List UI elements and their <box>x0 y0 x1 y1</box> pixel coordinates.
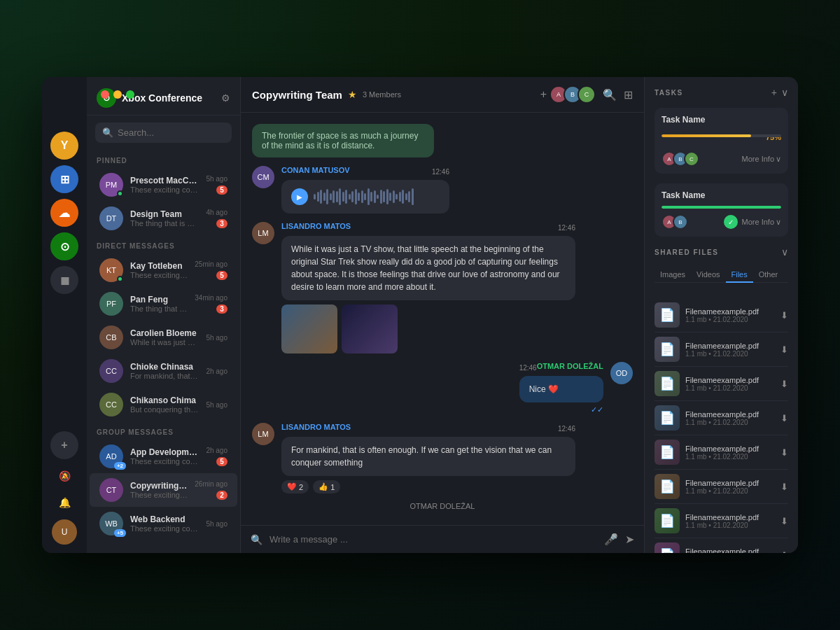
file-item-1: 📄 Filenameexample.pdf 1.1 mb • 21.02.202… <box>654 298 788 332</box>
input-search-icon: 🔍 <box>251 534 262 545</box>
app-icon-sound[interactable]: ☁ <box>50 199 78 227</box>
traffic-light-green[interactable] <box>126 90 134 99</box>
settings-icon[interactable]: ⚙ <box>221 92 230 104</box>
contact-item-pan[interactable]: PF Pan Feng The thing that is most excit… <box>90 287 237 321</box>
more-info-label: More Info <box>742 155 774 163</box>
contact-preview: These exciting concepts seem ... <box>130 457 199 465</box>
file-item-5: 📄 Filenameexample.pdf 1.1 mb • 21.02.202… <box>654 435 788 470</box>
task-card-1: Task Name 75% A B C More Info ∨ <box>654 108 788 174</box>
messages-list: The frontier of space is as much a journ… <box>241 113 644 525</box>
favorite-icon[interactable]: ★ <box>348 89 357 100</box>
contact-time: 2h ago <box>206 368 227 375</box>
sender-name-lisandro: LISANDRO MATOS <box>281 222 351 230</box>
send-icon[interactable]: ➤ <box>625 533 634 546</box>
download-icon-7[interactable]: ⬇ <box>780 516 788 526</box>
contact-preview: The thing that is most exciting ... <box>130 219 199 227</box>
user-avatar[interactable]: U <box>52 519 77 545</box>
contact-name: Prescott MacCaffery <box>130 176 199 186</box>
waveform-bar <box>361 190 363 203</box>
contact-item-copywriting[interactable]: CT Copywriting Team These exciting conce… <box>90 473 237 507</box>
file-name-4: Filenameexample.pdf <box>685 410 775 419</box>
collapse-tasks-icon[interactable]: ∨ <box>781 87 788 98</box>
waveform-bar <box>386 189 388 204</box>
more-info-button-1[interactable]: More Info ∨ <box>742 155 781 164</box>
file-info-2: Filenameexample.pdf 1.1 mb • 21.02.2020 <box>685 342 775 358</box>
search-chat-icon[interactable]: 🔍 <box>603 88 617 102</box>
file-thumbnail-1: 📄 <box>654 302 680 328</box>
contact-preview: But conquering the final frontier ... <box>130 405 199 414</box>
contact-name: Carolien Bloeme <box>130 328 199 338</box>
download-icon-8[interactable]: ⬇ <box>780 550 788 554</box>
avatar-chioke: CC <box>99 359 123 383</box>
download-icon-3[interactable]: ⬇ <box>780 379 788 389</box>
reaction-count: 2 <box>299 483 303 491</box>
microphone-icon[interactable]: 🎤 <box>604 533 618 546</box>
contact-preview: For mankind, that is often enough ... <box>130 372 199 380</box>
sender-avatar-lisandro: LM <box>252 222 274 244</box>
collapse-files-icon[interactable]: ∨ <box>781 246 788 258</box>
pinned-section-label: PINNED <box>87 150 240 168</box>
app-icon-y[interactable]: Y <box>50 132 78 160</box>
reaction-count: 1 <box>330 483 335 491</box>
add-task-icon[interactable]: + <box>771 87 777 98</box>
reaction-heart[interactable]: ❤️ 2 <box>281 480 309 493</box>
chat-header: Copywriting Team ★ 3 Members + A B C 🔍 ⊞ <box>241 77 644 113</box>
download-icon-6[interactable]: ⬇ <box>780 482 788 492</box>
add-workspace-button[interactable]: + <box>50 431 78 459</box>
notifications-icon[interactable]: 🔔 <box>55 493 74 512</box>
task-progress-fill-1 <box>662 134 751 137</box>
contact-item-chikanso[interactable]: CC Chikanso Chima But conquering the fin… <box>90 388 237 421</box>
app-icon-bb[interactable]: ◼ <box>50 266 78 294</box>
contact-item-design-team[interactable]: DT Design Team The thing that is most ex… <box>90 202 237 235</box>
download-icon-1[interactable]: ⬇ <box>780 310 788 321</box>
download-icon-5[interactable]: ⬇ <box>780 447 788 458</box>
contact-item-chioke[interactable]: CC Chioke Chinasa For mankind, that is o… <box>90 354 237 388</box>
download-icon-2[interactable]: ⬇ <box>780 344 788 355</box>
play-button[interactable]: ▶ <box>291 188 308 205</box>
waveform-bar <box>383 191 385 202</box>
search-icon: 🔍 <box>102 127 113 138</box>
chevron-down-icon: ∨ <box>776 155 781 164</box>
contact-item-prescott[interactable]: PM Prescott MacCaffery These exciting co… <box>90 168 237 202</box>
contact-item-app-dev[interactable]: AD +2 App Development These exciting con… <box>90 440 237 473</box>
chevron-down-icon-2: ∨ <box>776 218 781 227</box>
app-icon-xbox[interactable]: ⊙ <box>50 232 78 260</box>
contact-time: 25min ago <box>195 260 227 268</box>
audio-player: ▶ <box>281 180 449 214</box>
waveform-bar <box>364 193 366 200</box>
traffic-light-yellow[interactable] <box>113 90 122 99</box>
file-meta-6: 1.1 mb • 21.02.2020 <box>685 487 775 495</box>
contact-time: 26min ago <box>195 480 227 488</box>
file-item-7: 📄 Filenameexample.pdf 1.1 mb • 21.02.202… <box>654 504 788 538</box>
contact-preview: These exciting concepts seem ... <box>130 271 188 279</box>
waveform-bar <box>370 192 372 202</box>
traffic-light-red[interactable] <box>101 90 109 99</box>
tab-images[interactable]: Images <box>654 267 691 282</box>
tab-videos[interactable]: Videos <box>691 267 725 282</box>
add-member-icon[interactable]: + <box>540 88 547 101</box>
contact-name: Web Backend <box>130 514 199 524</box>
more-options-icon[interactable]: ⊞ <box>624 88 633 102</box>
contact-name: Kay Totleben <box>130 261 188 271</box>
avatar-pan: PF <box>99 292 123 316</box>
search-input[interactable] <box>118 127 225 138</box>
more-info-button-2[interactable]: More Info ∨ <box>742 218 781 227</box>
tab-files[interactable]: Files <box>726 267 753 283</box>
waveform-bar <box>358 192 360 201</box>
message-input[interactable] <box>270 534 597 545</box>
message-image-2 <box>342 304 398 354</box>
file-item-3: 📄 Filenameexample.pdf 1.1 mb • 21.02.202… <box>654 367 788 401</box>
file-meta-1: 1.1 mb • 21.02.2020 <box>685 316 775 323</box>
download-icon-4[interactable]: ⬇ <box>780 413 788 424</box>
waveform-bar <box>355 189 357 204</box>
mute-icon[interactable]: 🔕 <box>55 466 74 486</box>
contact-item-carolien[interactable]: CB Carolien Bloeme While it was just a T… <box>90 321 237 354</box>
tasks-section-header: TASKS + ∨ <box>654 87 788 98</box>
contact-item-kay[interactable]: KT Kay Totleben These exciting concepts … <box>90 253 237 287</box>
unread-badge: 2 <box>216 491 227 500</box>
contact-time: 2h ago <box>206 447 227 454</box>
tab-other[interactable]: Other <box>753 267 784 282</box>
app-icon-grid[interactable]: ⊞ <box>50 165 78 193</box>
contact-item-web-backend[interactable]: WB +5 Web Backend These exciting concept… <box>90 507 237 540</box>
reaction-thumbsup[interactable]: 👍 1 <box>313 480 340 493</box>
